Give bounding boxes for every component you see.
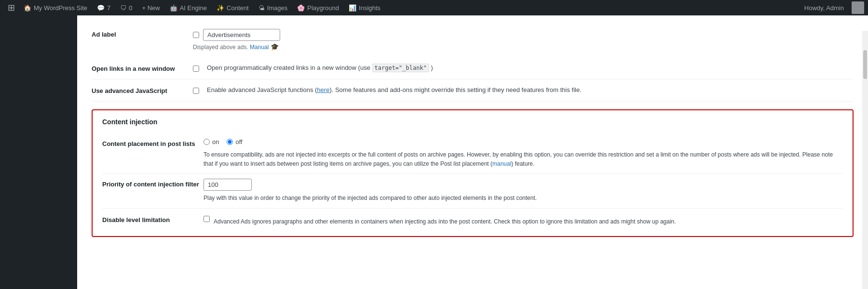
body-wrapper: Ad label Displayed above ads. Manual 🎓 O… <box>77 15 868 289</box>
open-links-checkbox[interactable] <box>193 66 199 72</box>
ad-label-input[interactable] <box>203 29 280 41</box>
open-links-control: Open programmatically created links in a… <box>193 64 854 72</box>
placement-row: Content placement in post lists on off <box>102 133 843 173</box>
comments-icon: 💬 <box>97 4 105 12</box>
admin-bar: ⊞ 🏠 My WordPress Site 💬 7 🗨 0 + New 🤖 AI… <box>0 0 868 15</box>
ad-label-setting-label: Ad label <box>92 29 193 38</box>
comment-icon: 🗨 <box>120 4 126 12</box>
new-label: + New <box>142 4 160 12</box>
radio-on-option[interactable]: on <box>203 138 219 145</box>
advanced-js-label: Use advanced JavaScript <box>92 86 193 94</box>
placement-label: Content placement in post lists <box>102 138 203 147</box>
content-area: Ad label Displayed above ads. Manual 🎓 O… <box>77 15 868 289</box>
playground-icon: 🌸 <box>297 4 305 12</box>
ad-label-description: Displayed above ads. Manual 🎓 <box>193 43 854 51</box>
radio-off-label: off <box>235 138 242 145</box>
new-item[interactable]: + New <box>137 0 164 15</box>
priority-row: Priority of content injection filter Pla… <box>102 174 843 208</box>
comment-bubble-item[interactable]: 🗨 0 <box>115 0 137 15</box>
disable-level-checkbox[interactable] <box>203 216 210 222</box>
comments-item[interactable]: 💬 7 <box>92 0 115 15</box>
radio-off-option[interactable]: off <box>227 138 242 145</box>
home-icon: 🏠 <box>24 4 31 12</box>
disable-level-control: Advanced Ads ignores paragraphs and othe… <box>203 214 843 226</box>
advanced-js-row: Use advanced JavaScript Enable advanced … <box>92 79 854 102</box>
advanced-js-checkbox[interactable] <box>193 88 199 94</box>
open-links-label: Open links in a new window <box>92 64 193 72</box>
content-icon: ✨ <box>217 4 224 12</box>
manual-link[interactable]: manual <box>492 160 511 167</box>
insights-label: Insights <box>359 4 380 12</box>
ad-label-checkbox[interactable] <box>193 32 199 38</box>
graduation-icon: 🎓 <box>271 43 279 51</box>
ai-engine-item[interactable]: 🤖 AI Engine <box>165 0 212 15</box>
site-name-item[interactable]: 🏠 My WordPress Site <box>19 0 92 15</box>
scrollbar[interactable] <box>862 31 868 289</box>
placement-control: on off To ensure compatibility, ads are … <box>203 138 843 169</box>
ad-label-row: Ad label Displayed above ads. Manual 🎓 <box>92 25 854 57</box>
comments-count: 7 <box>107 4 110 12</box>
advanced-js-control: Enable advanced JavaScript functions (he… <box>193 86 854 94</box>
ai-engine-label: AI Engine <box>180 4 207 12</box>
admin-avatar[interactable] <box>852 1 864 14</box>
radio-on[interactable] <box>203 139 210 145</box>
insights-icon: 📊 <box>349 4 356 12</box>
wp-logo-icon[interactable]: ⊞ <box>4 2 19 13</box>
disable-level-row: Disable level limitation Advanced Ads ig… <box>102 209 843 228</box>
sidebar <box>0 15 77 289</box>
disable-level-description: Advanced Ads ignores paragraphs and othe… <box>214 217 676 226</box>
ad-label-control: Displayed above ads. Manual 🎓 <box>193 29 854 51</box>
howdy-label: Howdy, Admin <box>800 4 849 12</box>
open-links-row: Open links in a new window Open programm… <box>92 57 854 79</box>
disable-level-label: Disable level limitation <box>102 214 203 223</box>
priority-label: Priority of content injection filter <box>102 179 203 188</box>
priority-control: Play with this value in order to change … <box>203 179 843 203</box>
open-links-description: Open programmatically created links in a… <box>207 64 433 71</box>
content-label: Content <box>227 4 249 12</box>
priority-input[interactable] <box>203 179 252 191</box>
scrollbar-thumb[interactable] <box>863 50 867 79</box>
radio-on-label: on <box>212 138 219 145</box>
images-icon: 🌤 <box>258 4 265 12</box>
radio-off[interactable] <box>227 139 233 145</box>
here-link[interactable]: here <box>317 86 329 93</box>
priority-description: Play with this value in order to change … <box>203 194 843 203</box>
insights-item[interactable]: 📊 Insights <box>344 0 385 15</box>
ad-label-manual-link[interactable]: Manual <box>250 44 269 51</box>
playground-label: Playground <box>307 4 339 12</box>
target-blank-code: target="_blank" <box>372 64 429 72</box>
content-injection-title: Content injection <box>102 118 843 126</box>
advanced-js-description: Enable advanced JavaScript functions (he… <box>207 86 582 93</box>
site-name-label: My WordPress Site <box>34 4 87 12</box>
content-item[interactable]: ✨ Content <box>212 0 254 15</box>
placement-description: To ensure compatibility, ads are not inj… <box>203 150 843 169</box>
images-item[interactable]: 🌤 Images <box>254 0 293 15</box>
ai-engine-icon: 🤖 <box>170 4 177 12</box>
content-injection-box: Content injection Content placement in p… <box>92 109 854 237</box>
radio-group: on off <box>203 138 843 145</box>
playground-item[interactable]: 🌸 Playground <box>292 0 344 15</box>
comment-count: 0 <box>129 4 132 12</box>
main-layout: Ad label Displayed above ads. Manual 🎓 O… <box>0 15 868 289</box>
images-label: Images <box>267 4 288 12</box>
